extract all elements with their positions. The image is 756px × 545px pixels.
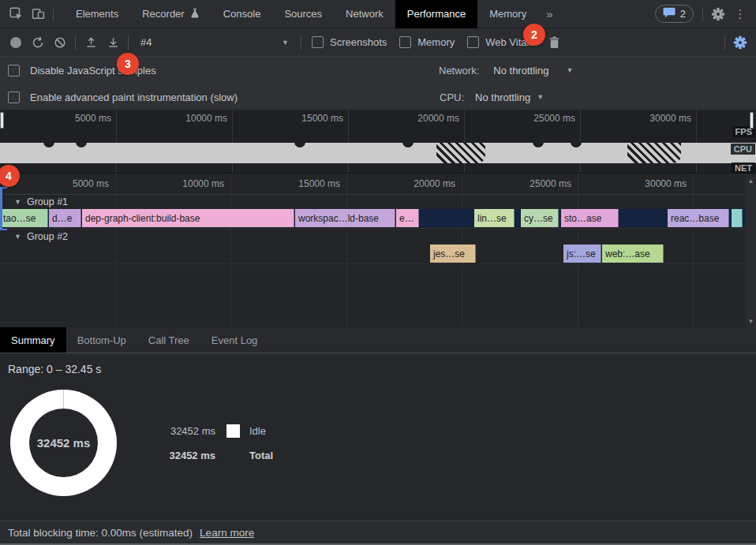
tab-network[interactable]: Network bbox=[334, 0, 395, 28]
performance-toolbar: #4 ▼ ScreenshotsMemoryWeb Vitals bbox=[0, 28, 756, 57]
checkbox-box[interactable] bbox=[467, 36, 479, 48]
group-header-group-2[interactable]: ▼Group #2 bbox=[14, 230, 68, 243]
device-toolbar-icon[interactable] bbox=[27, 3, 49, 25]
legend-label: Total bbox=[249, 450, 273, 461]
capture-settings-gear-icon[interactable] bbox=[729, 32, 751, 54]
group-label: Group #1 bbox=[27, 196, 68, 207]
chevron-down-icon[interactable]: ▼ bbox=[566, 66, 573, 74]
checkbox-box[interactable] bbox=[312, 36, 324, 48]
flame-bar-d-e[interactable]: d…e bbox=[49, 209, 81, 227]
upload-icon bbox=[85, 36, 97, 48]
chevron-down-icon[interactable]: ▼ bbox=[537, 93, 544, 101]
collapse-triangle-icon[interactable]: ▼ bbox=[14, 233, 21, 241]
group-track-group-2: jes…sejs:…seweb:…ase bbox=[0, 245, 746, 263]
trash-icon bbox=[548, 36, 560, 49]
record-dot-icon bbox=[10, 37, 21, 48]
legend-value: 32452 ms bbox=[162, 450, 215, 461]
collapse-triangle-icon[interactable]: ▼ bbox=[14, 198, 21, 206]
flame-bar-jes-se[interactable]: jes…se bbox=[430, 245, 476, 263]
chat-icon bbox=[663, 7, 676, 21]
more-tabs-button[interactable]: » bbox=[538, 7, 560, 21]
flame-bar-item[interactable] bbox=[732, 209, 743, 227]
settings-gear-icon[interactable] bbox=[707, 3, 729, 25]
history-select[interactable]: #4 ▼ bbox=[133, 36, 297, 48]
group-header-group-1[interactable]: ▼Group #1 bbox=[14, 196, 68, 208]
learn-more-link[interactable]: Learn more bbox=[200, 527, 254, 539]
checkbox-label: Enable advanced paint instrumentation (s… bbox=[30, 91, 238, 103]
overview-left-handle[interactable] bbox=[0, 112, 4, 129]
details-tab-call-tree[interactable]: Call Tree bbox=[137, 327, 200, 353]
download-icon bbox=[107, 36, 119, 48]
annotation-badge-2: 2 bbox=[523, 24, 545, 46]
messages-button[interactable]: 2 bbox=[655, 5, 694, 23]
flame-tick-label: 15000 ms bbox=[256, 178, 340, 189]
overview-right-handle[interactable] bbox=[750, 112, 754, 129]
divider bbox=[724, 35, 725, 50]
tab-console[interactable]: Console bbox=[211, 0, 273, 28]
overview-tick-label: 10000 ms bbox=[144, 113, 227, 124]
tab-label: Elements bbox=[76, 8, 118, 20]
record-button[interactable] bbox=[5, 32, 27, 54]
timeline-overview[interactable]: 5000 ms10000 ms15000 ms20000 ms25000 ms3… bbox=[0, 110, 756, 174]
cpu-throttling-control: CPU: No throttling ▼ bbox=[440, 91, 544, 103]
cpu-hatch-region bbox=[627, 143, 681, 163]
flame-bar-sto-ase[interactable]: sto…ase bbox=[561, 209, 619, 227]
load-profile-button[interactable] bbox=[80, 32, 102, 54]
divider bbox=[301, 35, 301, 50]
tab-recorder[interactable]: Recorder bbox=[130, 0, 211, 28]
devtools-window: ElementsRecorderConsoleSourcesNetworkPer… bbox=[0, 0, 756, 545]
pie-center: 32452 ms bbox=[29, 409, 98, 477]
details-tab-summary[interactable]: Summary bbox=[0, 327, 66, 353]
vertical-scrollbar[interactable]: ▲ ▼ bbox=[746, 175, 756, 327]
save-profile-button[interactable] bbox=[102, 32, 124, 54]
flame-bar-e[interactable]: e… bbox=[396, 209, 419, 227]
reload-and-record-button[interactable] bbox=[27, 32, 49, 54]
cpu-throttling-select[interactable]: No throttling bbox=[475, 91, 530, 103]
legend-row: 32452 msTotal bbox=[162, 447, 273, 463]
flame-bar-cy-se[interactable]: cy…se bbox=[521, 209, 559, 227]
delete-recording-button[interactable] bbox=[544, 32, 566, 54]
scroll-down-icon[interactable]: ▼ bbox=[748, 318, 754, 325]
flame-bar-dep-graph-client-build-base[interactable]: dep-graph-client:build-base bbox=[82, 209, 294, 227]
tab-label: Network bbox=[346, 8, 384, 20]
scroll-up-icon[interactable]: ▲ bbox=[748, 177, 754, 185]
flame-tick-label: 20000 ms bbox=[372, 178, 455, 189]
details-tab-bottom-up[interactable]: Bottom-Up bbox=[66, 327, 137, 353]
flame-bar-js-se[interactable]: js:…se bbox=[563, 245, 601, 263]
inspect-element-icon[interactable] bbox=[5, 3, 27, 25]
gridline bbox=[116, 110, 117, 173]
checkbox-disable-js-samples[interactable] bbox=[8, 65, 20, 77]
overview-tick-label: 15000 ms bbox=[260, 113, 343, 124]
flame-chart[interactable]: 5000 ms10000 ms15000 ms20000 ms25000 ms3… bbox=[0, 174, 756, 327]
overview-tick-label: 25000 ms bbox=[492, 113, 575, 124]
tab-performance[interactable]: Performance bbox=[395, 0, 477, 28]
checkbox-box[interactable] bbox=[399, 36, 411, 48]
toolbar-check-memory[interactable]: Memory bbox=[399, 36, 455, 48]
flame-bar-reac-base[interactable]: reac…base bbox=[668, 209, 729, 227]
cpu-activity-band bbox=[0, 143, 756, 163]
tab-elements[interactable]: Elements bbox=[64, 0, 130, 28]
flame-bar-tao-se[interactable]: tao…se bbox=[0, 209, 48, 227]
network-throttling-control: Network: No throttling ▼ bbox=[439, 65, 573, 77]
details-tab-event-log[interactable]: Event Log bbox=[200, 327, 269, 353]
flame-bar-lin-se[interactable]: lin…se bbox=[474, 209, 515, 227]
flame-ruler: 5000 ms10000 ms15000 ms20000 ms25000 ms3… bbox=[0, 174, 756, 195]
network-label: Network: bbox=[439, 65, 479, 77]
toolbar-check-screenshots[interactable]: Screenshots bbox=[312, 36, 387, 48]
details-tabbar: SummaryBottom-UpCall TreeEvent Log bbox=[0, 327, 756, 353]
overview-tick-label: 20000 ms bbox=[376, 113, 459, 124]
legend-swatch bbox=[226, 424, 240, 438]
flame-bar-web-ase[interactable]: web:…ase bbox=[602, 245, 664, 263]
flame-bar-workspac-ld-base[interactable]: workspac…ld-base bbox=[295, 209, 395, 227]
cpu-activity-notch bbox=[571, 141, 582, 147]
range-label: Range: 0 – 32.45 s bbox=[8, 363, 101, 375]
kebab-menu-icon[interactable]: ⋮ bbox=[729, 3, 751, 25]
checkbox-advanced-paint[interactable] bbox=[8, 91, 20, 103]
group-label: Group #2 bbox=[27, 231, 68, 242]
lane-label-cpu: CPU bbox=[731, 144, 755, 155]
tab-sources[interactable]: Sources bbox=[272, 0, 334, 28]
flame-tick-label: 25000 ms bbox=[488, 178, 571, 189]
network-throttling-select[interactable]: No throttling bbox=[493, 65, 548, 77]
clear-recording-button[interactable] bbox=[49, 32, 71, 54]
flask-icon bbox=[190, 8, 200, 21]
